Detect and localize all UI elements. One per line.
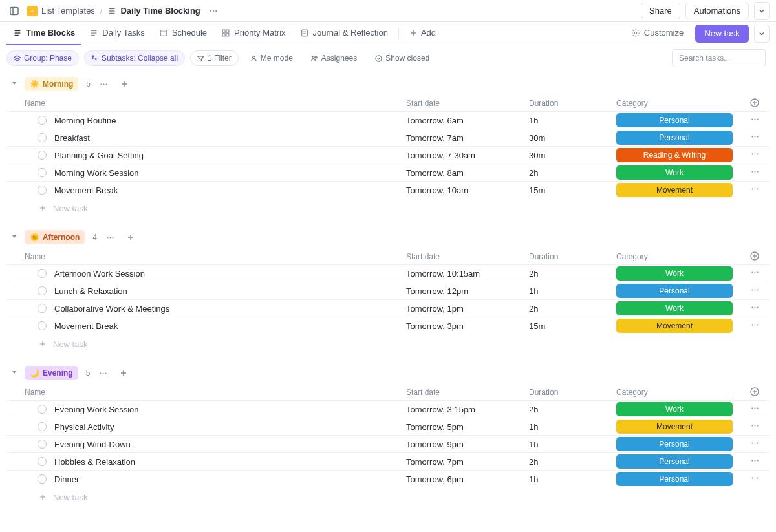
add-view-button[interactable]: Add	[403, 22, 442, 45]
task-name-text[interactable]: Hobbies & Relaxation	[54, 457, 135, 467]
task-row[interactable]: Breakfast Tomorrow, 7am 30m Personal	[6, 129, 770, 146]
chip-subtasks[interactable]: Subtasks: Collapse all	[84, 50, 185, 66]
row-more-icon[interactable]	[751, 167, 768, 178]
add-column-icon[interactable]	[750, 387, 768, 398]
task-name-text[interactable]: Morning Work Session	[54, 168, 139, 178]
task-row[interactable]: Hobbies & Relaxation Tomorrow, 7pm 2h Pe…	[6, 452, 770, 470]
status-circle[interactable]	[38, 269, 47, 278]
task-name-text[interactable]: Afternoon Work Session	[54, 269, 145, 279]
row-more-icon[interactable]	[751, 439, 768, 449]
task-start[interactable]: Tomorrow, 9pm	[406, 440, 529, 449]
category-pill[interactable]: Personal	[616, 113, 733, 127]
breadcrumb-root[interactable]: ≡ List Templates	[27, 6, 95, 16]
task-start[interactable]: Tomorrow, 3pm	[406, 321, 529, 331]
task-duration[interactable]: 2h	[529, 168, 616, 178]
task-row[interactable]: Evening Wind-Down Tomorrow, 9pm 1h Perso…	[6, 435, 770, 452]
task-start[interactable]: Tomorrow, 10am	[406, 186, 529, 195]
new-task-row[interactable]: New task	[6, 334, 770, 354]
task-duration[interactable]: 2h	[529, 405, 616, 414]
task-start[interactable]: Tomorrow, 7am	[406, 133, 529, 143]
task-name-text[interactable]: Dinner	[54, 474, 79, 484]
status-circle[interactable]	[38, 116, 47, 125]
category-pill[interactable]: Movement	[616, 183, 733, 197]
status-circle[interactable]	[38, 474, 47, 484]
phase-pill-morning[interactable]: ☀️Morning	[25, 77, 78, 91]
task-row[interactable]: Planning & Goal Setting Tomorrow, 7:30am…	[6, 146, 770, 164]
row-more-icon[interactable]	[751, 404, 768, 414]
sidebar-toggle-icon[interactable]	[6, 3, 22, 19]
chip-me-mode[interactable]: Me mode	[244, 50, 299, 66]
row-more-icon[interactable]	[751, 456, 768, 467]
row-more-icon[interactable]	[751, 150, 768, 160]
task-duration[interactable]: 30m	[529, 151, 616, 160]
category-pill[interactable]: Reading & Writing	[616, 148, 733, 162]
task-start[interactable]: Tomorrow, 7pm	[406, 457, 529, 467]
collapse-icon[interactable]	[10, 368, 19, 378]
category-pill[interactable]: Personal	[616, 437, 733, 451]
status-circle[interactable]	[38, 133, 47, 142]
category-pill[interactable]: Personal	[616, 284, 733, 298]
row-more-icon[interactable]	[751, 321, 768, 331]
task-start[interactable]: Tomorrow, 5pm	[406, 422, 529, 432]
task-duration[interactable]: 1h	[529, 286, 616, 296]
task-name-text[interactable]: Breakfast	[54, 133, 90, 143]
chevron-down-icon[interactable]	[754, 2, 770, 20]
status-circle[interactable]	[38, 405, 47, 414]
breadcrumb-current[interactable]: Daily Time Blocking	[107, 6, 200, 16]
chip-filter[interactable]: 1 Filter	[190, 50, 239, 66]
search-input[interactable]: Search tasks...	[672, 49, 766, 67]
task-name-text[interactable]: Collaborative Work & Meetings	[54, 304, 169, 314]
chip-group[interactable]: Group: Phase	[6, 50, 79, 66]
category-pill[interactable]: Movement	[616, 420, 733, 434]
task-row[interactable]: Evening Work Session Tomorrow, 3:15pm 2h…	[6, 400, 770, 418]
task-start[interactable]: Tomorrow, 1pm	[406, 304, 529, 314]
group-more-icon[interactable]	[102, 229, 118, 245]
add-column-icon[interactable]	[750, 98, 768, 109]
more-icon[interactable]	[206, 3, 221, 19]
task-row[interactable]: Morning Work Session Tomorrow, 8am 2h Wo…	[6, 164, 770, 181]
task-duration[interactable]: 2h	[529, 304, 616, 314]
task-duration[interactable]: 30m	[529, 133, 616, 143]
row-more-icon[interactable]	[751, 474, 768, 484]
chip-assignees[interactable]: Assignees	[305, 50, 363, 66]
group-add-icon[interactable]	[116, 76, 132, 92]
category-pill[interactable]: Work	[616, 266, 733, 281]
category-pill[interactable]: Work	[616, 165, 733, 180]
task-start[interactable]: Tomorrow, 12pm	[406, 286, 529, 296]
row-more-icon[interactable]	[751, 133, 768, 143]
status-circle[interactable]	[38, 168, 47, 177]
task-row[interactable]: Collaborative Work & Meetings Tomorrow, …	[6, 299, 770, 317]
collapse-icon[interactable]	[10, 80, 19, 89]
status-circle[interactable]	[38, 422, 47, 431]
task-row[interactable]: Dinner Tomorrow, 6pm 1h Personal	[6, 470, 770, 487]
task-row[interactable]: Physical Activity Tomorrow, 5pm 1h Movem…	[6, 418, 770, 435]
category-pill[interactable]: Work	[616, 402, 733, 416]
task-start[interactable]: Tomorrow, 8am	[406, 168, 529, 178]
task-duration[interactable]: 2h	[529, 457, 616, 467]
new-task-dropdown[interactable]	[754, 25, 770, 43]
status-circle[interactable]	[38, 186, 47, 195]
automations-button[interactable]: Automations	[685, 3, 749, 19]
task-duration[interactable]: 1h	[529, 474, 616, 484]
task-row[interactable]: Movement Break Tomorrow, 3pm 15m Movemen…	[6, 317, 770, 334]
task-row[interactable]: Lunch & Relaxation Tomorrow, 12pm 1h Per…	[6, 282, 770, 299]
new-task-row[interactable]: New task	[6, 487, 770, 507]
new-task-button[interactable]: New task	[695, 25, 749, 43]
status-circle[interactable]	[38, 304, 47, 313]
row-more-icon[interactable]	[751, 286, 768, 296]
status-circle[interactable]	[38, 151, 47, 160]
task-row[interactable]: Movement Break Tomorrow, 10am 15m Moveme…	[6, 181, 770, 198]
group-add-icon[interactable]	[123, 229, 138, 245]
tab-priority-matrix[interactable]: Priority Matrix	[215, 22, 292, 45]
task-start[interactable]: Tomorrow, 7:30am	[406, 151, 529, 160]
row-more-icon[interactable]	[751, 115, 768, 125]
status-circle[interactable]	[38, 457, 47, 466]
task-start[interactable]: Tomorrow, 6pm	[406, 474, 529, 484]
share-button[interactable]: Share	[641, 3, 680, 19]
task-name-text[interactable]: Movement Break	[54, 186, 118, 195]
row-more-icon[interactable]	[751, 303, 768, 314]
task-duration[interactable]: 15m	[529, 186, 616, 195]
task-name-text[interactable]: Movement Break	[54, 321, 118, 331]
task-start[interactable]: Tomorrow, 6am	[406, 116, 529, 125]
category-pill[interactable]: Personal	[616, 454, 733, 469]
